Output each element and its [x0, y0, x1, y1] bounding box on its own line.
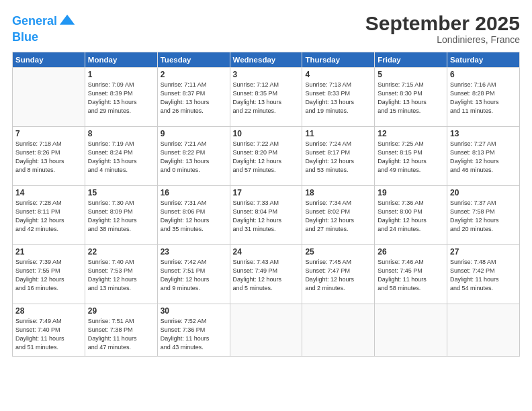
calendar-cell: 18Sunrise: 7:34 AMSunset: 8:02 PMDayligh… — [302, 186, 375, 245]
day-number: 12 — [378, 129, 444, 138]
calendar-week-3: 14Sunrise: 7:28 AMSunset: 8:11 PMDayligh… — [13, 186, 520, 245]
calendar-cell: 2Sunrise: 7:11 AMSunset: 8:37 PMDaylight… — [157, 68, 230, 127]
day-header-monday: Monday — [85, 52, 157, 68]
day-number: 30 — [161, 306, 227, 316]
location: Londinieres, France — [365, 34, 520, 45]
calendar: SundayMondayTuesdayWednesdayThursdayFrid… — [12, 52, 520, 357]
calendar-cell: 12Sunrise: 7:25 AMSunset: 8:15 PMDayligh… — [375, 127, 447, 186]
calendar-week-5: 28Sunrise: 7:49 AMSunset: 7:40 PMDayligh… — [13, 304, 520, 357]
day-info: Sunrise: 7:51 AMSunset: 7:38 PMDaylight:… — [88, 317, 154, 352]
calendar-cell: 29Sunrise: 7:51 AMSunset: 7:38 PMDayligh… — [85, 304, 157, 357]
calendar-cell: 28Sunrise: 7:49 AMSunset: 7:40 PMDayligh… — [13, 304, 85, 357]
day-info: Sunrise: 7:49 AMSunset: 7:40 PMDaylight:… — [15, 317, 82, 352]
calendar-cell: 23Sunrise: 7:42 AMSunset: 7:51 PMDayligh… — [157, 245, 230, 304]
day-number: 20 — [450, 188, 517, 197]
logo-blue-text: Blue — [12, 31, 77, 44]
day-number: 28 — [15, 306, 82, 316]
day-number: 21 — [15, 247, 82, 257]
day-number: 22 — [88, 247, 154, 257]
day-number: 29 — [88, 306, 154, 316]
day-number: 23 — [161, 247, 227, 257]
day-number: 6 — [450, 70, 517, 79]
day-number: 10 — [233, 129, 300, 138]
calendar-cell: 20Sunrise: 7:37 AMSunset: 7:58 PMDayligh… — [447, 186, 520, 245]
day-info: Sunrise: 7:21 AMSunset: 8:22 PMDaylight:… — [161, 140, 227, 175]
day-number: 13 — [450, 129, 517, 138]
calendar-cell: 4Sunrise: 7:13 AMSunset: 8:33 PMDaylight… — [302, 68, 375, 127]
calendar-cell — [447, 304, 520, 357]
day-header-friday: Friday — [375, 52, 447, 68]
day-info: Sunrise: 7:52 AMSunset: 7:36 PMDaylight:… — [161, 317, 227, 352]
day-number: 16 — [161, 188, 227, 197]
day-info: Sunrise: 7:31 AMSunset: 8:06 PMDaylight:… — [161, 199, 227, 234]
calendar-cell: 9Sunrise: 7:21 AMSunset: 8:22 PMDaylight… — [157, 127, 230, 186]
calendar-cell: 13Sunrise: 7:27 AMSunset: 8:13 PMDayligh… — [447, 127, 520, 186]
calendar-week-4: 21Sunrise: 7:39 AMSunset: 7:55 PMDayligh… — [13, 245, 520, 304]
calendar-body: 1Sunrise: 7:09 AMSunset: 8:39 PMDaylight… — [13, 68, 520, 357]
day-number: 26 — [378, 247, 444, 257]
calendar-cell: 3Sunrise: 7:12 AMSunset: 8:35 PMDaylight… — [230, 68, 302, 127]
calendar-cell: 10Sunrise: 7:22 AMSunset: 8:20 PMDayligh… — [230, 127, 302, 186]
calendar-cell — [13, 68, 85, 127]
day-header-sunday: Sunday — [13, 52, 85, 68]
calendar-cell: 24Sunrise: 7:43 AMSunset: 7:49 PMDayligh… — [230, 245, 302, 304]
calendar-cell: 15Sunrise: 7:30 AMSunset: 8:09 PMDayligh… — [85, 186, 157, 245]
day-info: Sunrise: 7:45 AMSunset: 7:47 PMDaylight:… — [305, 258, 371, 293]
day-info: Sunrise: 7:33 AMSunset: 8:04 PMDaylight:… — [233, 199, 300, 234]
calendar-cell: 21Sunrise: 7:39 AMSunset: 7:55 PMDayligh… — [13, 245, 85, 304]
day-info: Sunrise: 7:37 AMSunset: 7:58 PMDaylight:… — [450, 199, 517, 234]
day-info: Sunrise: 7:19 AMSunset: 8:24 PMDaylight:… — [88, 140, 154, 175]
month-title: September 2025 — [365, 12, 520, 34]
day-header-wednesday: Wednesday — [230, 52, 302, 68]
day-info: Sunrise: 7:36 AMSunset: 8:00 PMDaylight:… — [378, 199, 444, 234]
logo-icon — [58, 12, 77, 31]
day-info: Sunrise: 7:16 AMSunset: 8:28 PMDaylight:… — [450, 81, 517, 116]
day-info: Sunrise: 7:40 AMSunset: 7:53 PMDaylight:… — [88, 258, 154, 293]
day-info: Sunrise: 7:13 AMSunset: 8:33 PMDaylight:… — [305, 81, 371, 116]
day-number: 2 — [161, 70, 227, 79]
svg-marker-0 — [60, 15, 75, 25]
day-info: Sunrise: 7:25 AMSunset: 8:15 PMDaylight:… — [378, 140, 444, 175]
day-number: 1 — [88, 70, 154, 79]
calendar-cell: 25Sunrise: 7:45 AMSunset: 7:47 PMDayligh… — [302, 245, 375, 304]
day-number: 27 — [450, 247, 517, 257]
logo-text: General — [12, 15, 57, 28]
day-info: Sunrise: 7:09 AMSunset: 8:39 PMDaylight:… — [88, 81, 154, 116]
day-info: Sunrise: 7:12 AMSunset: 8:35 PMDaylight:… — [233, 81, 300, 116]
day-number: 14 — [15, 188, 82, 197]
day-info: Sunrise: 7:27 AMSunset: 8:13 PMDaylight:… — [450, 140, 517, 175]
day-number: 19 — [378, 188, 444, 197]
calendar-cell — [375, 304, 447, 357]
day-header-tuesday: Tuesday — [157, 52, 230, 68]
day-info: Sunrise: 7:46 AMSunset: 7:45 PMDaylight:… — [378, 258, 444, 293]
day-number: 18 — [305, 188, 371, 197]
calendar-cell: 5Sunrise: 7:15 AMSunset: 8:30 PMDaylight… — [375, 68, 447, 127]
day-info: Sunrise: 7:34 AMSunset: 8:02 PMDaylight:… — [305, 199, 371, 234]
day-info: Sunrise: 7:22 AMSunset: 8:20 PMDaylight:… — [233, 140, 300, 175]
title-block: September 2025 Londinieres, France — [365, 12, 520, 45]
day-info: Sunrise: 7:18 AMSunset: 8:26 PMDaylight:… — [15, 140, 82, 175]
day-info: Sunrise: 7:42 AMSunset: 7:51 PMDaylight:… — [161, 258, 227, 293]
calendar-cell: 19Sunrise: 7:36 AMSunset: 8:00 PMDayligh… — [375, 186, 447, 245]
day-info: Sunrise: 7:24 AMSunset: 8:17 PMDaylight:… — [305, 140, 371, 175]
calendar-cell: 30Sunrise: 7:52 AMSunset: 7:36 PMDayligh… — [157, 304, 230, 357]
day-number: 11 — [305, 129, 371, 138]
calendar-cell — [230, 304, 302, 357]
day-number: 5 — [378, 70, 444, 79]
calendar-cell — [302, 304, 375, 357]
calendar-cell: 7Sunrise: 7:18 AMSunset: 8:26 PMDaylight… — [13, 127, 85, 186]
calendar-week-2: 7Sunrise: 7:18 AMSunset: 8:26 PMDaylight… — [13, 127, 520, 186]
calendar-cell: 6Sunrise: 7:16 AMSunset: 8:28 PMDaylight… — [447, 68, 520, 127]
day-header-saturday: Saturday — [447, 52, 520, 68]
day-number: 25 — [305, 247, 371, 257]
day-number: 24 — [233, 247, 300, 257]
day-number: 3 — [233, 70, 300, 79]
day-info: Sunrise: 7:28 AMSunset: 8:11 PMDaylight:… — [15, 199, 82, 234]
calendar-cell: 11Sunrise: 7:24 AMSunset: 8:17 PMDayligh… — [302, 127, 375, 186]
calendar-cell: 1Sunrise: 7:09 AMSunset: 8:39 PMDaylight… — [85, 68, 157, 127]
day-info: Sunrise: 7:43 AMSunset: 7:49 PMDaylight:… — [233, 258, 300, 293]
day-header-thursday: Thursday — [302, 52, 375, 68]
day-number: 17 — [233, 188, 300, 197]
calendar-cell: 17Sunrise: 7:33 AMSunset: 8:04 PMDayligh… — [230, 186, 302, 245]
day-info: Sunrise: 7:30 AMSunset: 8:09 PMDaylight:… — [88, 199, 154, 234]
